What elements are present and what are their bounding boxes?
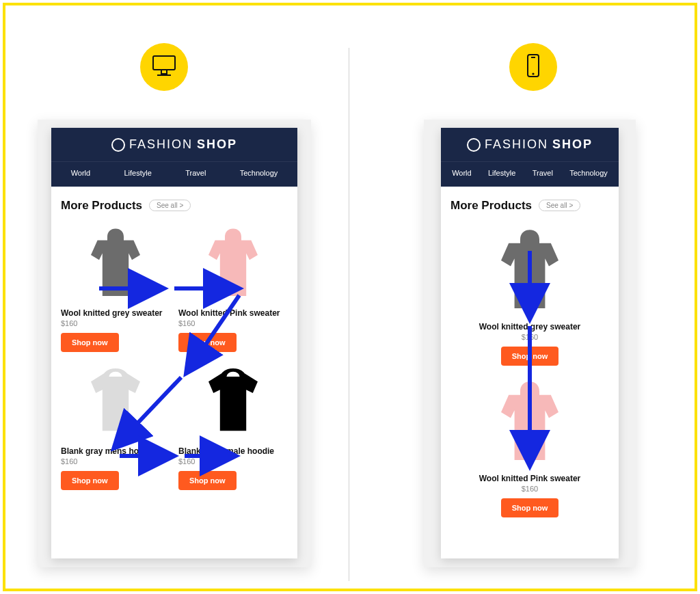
product-name: Wool knitted Pink sweater — [178, 308, 288, 318]
hanger-icon — [111, 138, 125, 152]
shop-now-button[interactable]: Shop now — [178, 471, 237, 490]
mobile-device-badge — [509, 43, 557, 91]
nav-item-travel[interactable]: Travel — [533, 169, 553, 177]
product-list: Wool knitted grey sweater $160 Shop now … — [441, 218, 619, 522]
header: FASHIONSHOP — [441, 128, 619, 161]
monitor-icon — [150, 52, 178, 82]
nav-item-world[interactable]: World — [452, 169, 472, 177]
nav-item-travel[interactable]: Travel — [185, 169, 206, 177]
product-price: $160 — [450, 485, 609, 493]
see-all-button[interactable]: See all > — [539, 200, 580, 211]
shop-now-button[interactable]: Shop now — [61, 333, 119, 352]
product-thumb — [75, 222, 157, 304]
brand-logo: FASHIONSHOP — [111, 137, 237, 152]
svg-rect-0 — [153, 56, 175, 70]
nav-item-world[interactable]: World — [71, 169, 91, 177]
shop-now-button[interactable]: Shop now — [501, 498, 559, 517]
nav-item-technology[interactable]: Technology — [240, 169, 278, 177]
product-price: $160 — [61, 319, 170, 327]
desktop-panel: FASHIONSHOP World Lifestyle Travel Techn… — [38, 120, 311, 567]
brand-bold: SHOP — [197, 137, 237, 152]
section-title: More Products — [61, 199, 142, 213]
brand-bold: SHOP — [552, 137, 593, 152]
brand-logo: FASHIONSHOP — [467, 137, 593, 152]
product-price: $160 — [178, 319, 288, 327]
shop-now-button[interactable]: Shop now — [501, 347, 559, 366]
product-name: Blank gray mens hoodie — [61, 446, 170, 456]
svg-rect-1 — [161, 70, 167, 74]
product-thumb — [482, 222, 578, 318]
vertical-divider — [349, 48, 349, 581]
mobile-panel: FASHIONSHOP World Lifestyle Travel Techn… — [424, 120, 636, 567]
product-name: Wool knitted grey sweater — [61, 308, 170, 318]
product-price: $160 — [450, 333, 609, 341]
product-thumb — [192, 222, 274, 304]
product-name: Blank black male hoodie — [178, 446, 288, 456]
svg-point-4 — [532, 72, 534, 75]
product-grid: Wool knitted grey sweater $160 Shop now … — [51, 218, 297, 494]
product-thumb — [192, 360, 274, 442]
product-card: Blank gray mens hoodie $160 Shop now — [57, 356, 174, 494]
section-header: More Products See all > — [441, 187, 619, 218]
desktop-device-badge — [140, 43, 188, 91]
product-price: $160 — [178, 457, 288, 465]
nav-item-lifestyle[interactable]: Lifestyle — [124, 169, 152, 177]
shop-now-button[interactable]: Shop now — [61, 471, 119, 490]
product-thumb — [482, 374, 578, 470]
nav-bar: World Lifestyle Travel Technology — [441, 161, 619, 187]
phone-icon — [520, 52, 547, 82]
section-header: More Products See all > — [51, 187, 297, 218]
product-card: Blank black male hoodie $160 Shop now — [174, 356, 292, 494]
product-card: Wool knitted grey sweater $160 Shop now — [57, 218, 174, 356]
nav-item-lifestyle[interactable]: Lifestyle — [488, 169, 515, 177]
brand-thin: FASHION — [485, 137, 548, 152]
product-card: Wool knitted Pink sweater $160 Shop now — [446, 370, 613, 522]
product-price: $160 — [61, 457, 170, 465]
product-name: Wool knitted Pink sweater — [450, 474, 609, 483]
header: FASHIONSHOP — [51, 128, 297, 161]
brand-thin: FASHION — [129, 137, 193, 152]
product-name: Wool knitted grey sweater — [450, 322, 609, 332]
product-card: Wool knitted Pink sweater $160 Shop now — [174, 218, 292, 356]
desktop-card: FASHIONSHOP World Lifestyle Travel Techn… — [51, 128, 297, 558]
mobile-card: FASHIONSHOP World Lifestyle Travel Techn… — [441, 128, 619, 558]
nav-item-technology[interactable]: Technology — [569, 169, 608, 177]
section-title: More Products — [450, 199, 532, 213]
shop-now-button[interactable]: Shop now — [178, 333, 237, 352]
product-thumb — [75, 360, 157, 442]
product-card: Wool knitted grey sweater $160 Shop now — [446, 218, 613, 370]
see-all-button[interactable]: See all > — [149, 200, 191, 211]
hanger-icon — [467, 138, 481, 152]
nav-bar: World Lifestyle Travel Technology — [51, 161, 297, 187]
